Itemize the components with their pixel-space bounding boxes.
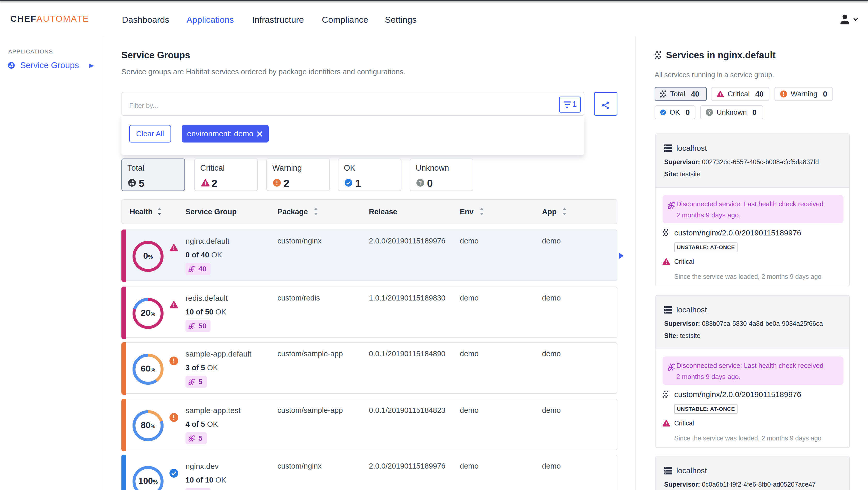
svg-text:?: ? xyxy=(708,110,711,115)
svg-text:?: ? xyxy=(419,180,422,186)
